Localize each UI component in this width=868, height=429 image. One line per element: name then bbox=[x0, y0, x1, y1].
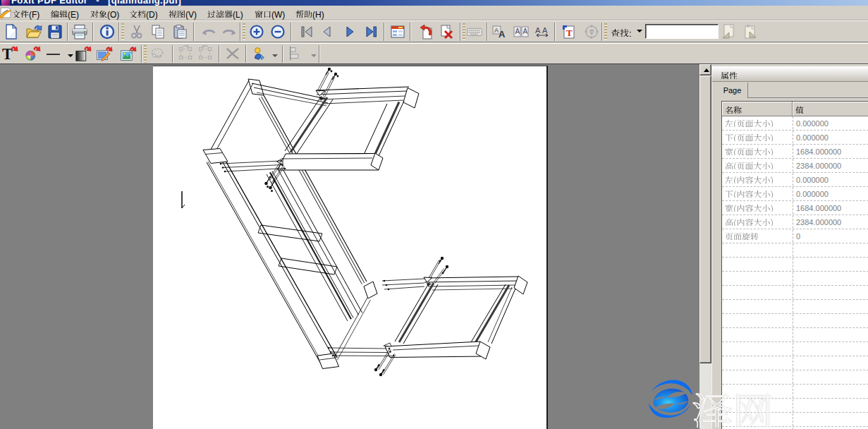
svg-text:T: T bbox=[2, 45, 13, 63]
svg-text:T: T bbox=[566, 28, 573, 38]
svg-text:A: A bbox=[523, 28, 528, 35]
svg-text:T: T bbox=[589, 28, 594, 36]
svg-text:A: A bbox=[535, 26, 541, 35]
svg-text:A: A bbox=[515, 28, 520, 35]
svg-text:A: A bbox=[542, 26, 548, 35]
svg-text:A: A bbox=[499, 29, 506, 40]
